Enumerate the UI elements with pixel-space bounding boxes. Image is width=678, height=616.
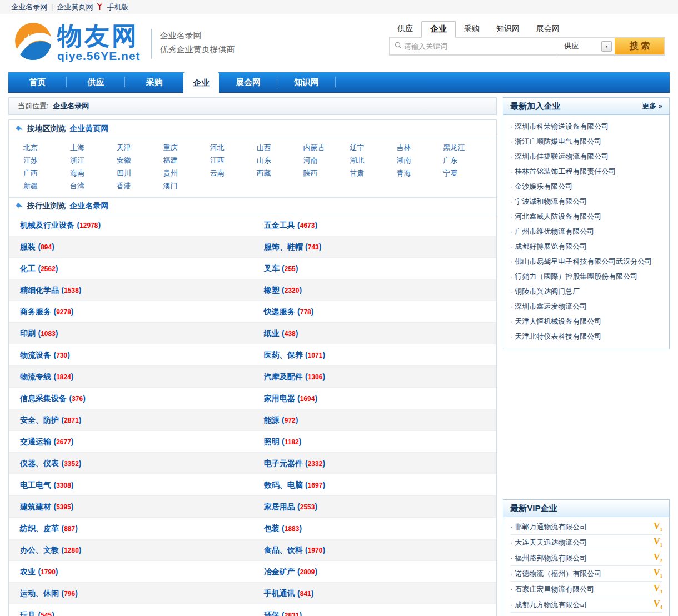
industry-category-link[interactable]: 化工 (2562) <box>9 263 253 274</box>
nav-item[interactable]: 展会网 <box>219 72 277 92</box>
search-scope-tab[interactable]: 企业 <box>421 21 456 38</box>
industry-category-link[interactable]: 环保 (2831) <box>253 610 497 616</box>
company-link[interactable]: 铜陵市兴达阀门总厂 <box>510 284 662 299</box>
industry-category-link[interactable]: 食品、饮料 (1970) <box>253 545 497 555</box>
region-link[interactable]: 新疆 <box>23 179 70 192</box>
topbar-link-yellowpages[interactable]: 企业黄页网 <box>57 2 93 12</box>
chevron-down-icon[interactable]: ▼ <box>601 41 612 52</box>
industry-category-link[interactable]: 橡塑 (2320) <box>253 285 497 296</box>
company-link[interactable]: 成都好博展览有限公司 <box>510 239 662 254</box>
industry-category-link[interactable]: 物流设备 (730) <box>9 350 253 360</box>
region-section-link[interactable]: 企业黄页网 <box>69 121 108 137</box>
industry-category-link[interactable]: 电工电气 (3308) <box>9 480 253 490</box>
search-category-select[interactable]: 供应 ▼ <box>557 38 615 54</box>
industry-category-link[interactable]: 快递服务 (778) <box>253 307 497 317</box>
region-link[interactable]: 山西 <box>257 141 303 154</box>
region-link[interactable]: 浙江 <box>70 154 117 167</box>
company-link[interactable]: 广州市维优物流有限公司 <box>510 224 662 239</box>
vip-company-link[interactable]: 成都九方物流有限公司 <box>510 600 587 610</box>
region-link[interactable]: 黑龙江 <box>443 141 490 154</box>
region-link[interactable]: 安徽 <box>117 154 163 167</box>
industry-category-link[interactable]: 冶金矿产 (2809) <box>253 567 497 577</box>
nav-item[interactable]: 采购 <box>125 72 183 92</box>
site-logo[interactable]: 物友网 qiye.56YE.net 企业名录网 优秀企业黄页提供商 <box>13 21 235 63</box>
region-link[interactable]: 福建 <box>163 154 210 167</box>
industry-category-link[interactable]: 农业 (1790) <box>9 567 253 577</box>
search-input[interactable] <box>404 42 554 51</box>
region-link[interactable]: 内蒙古 <box>303 141 350 154</box>
company-link[interactable]: 佛山市易驾星电子科技有限公司武汉分公司 <box>510 254 662 269</box>
industry-category-link[interactable]: 安全、防护 (2871) <box>9 415 253 425</box>
region-link[interactable]: 吉林 <box>396 141 443 154</box>
region-link[interactable]: 四川 <box>117 167 163 179</box>
industry-category-link[interactable]: 物流专线 (1824) <box>9 372 253 382</box>
region-link[interactable]: 江苏 <box>23 154 70 167</box>
vip-company-link[interactable]: 福州路邦物流有限公司 <box>510 553 587 563</box>
region-link[interactable]: 湖北 <box>350 154 396 167</box>
region-link[interactable]: 河北 <box>210 141 257 154</box>
vip-company-row[interactable]: 泉州市辉晨物流有限公司 V4 <box>510 613 662 616</box>
industry-category-link[interactable]: 五金工具 (4673) <box>253 220 497 231</box>
region-link[interactable]: 云南 <box>210 167 257 179</box>
vip-company-row[interactable]: 大连天天迅达物流公司 V1 <box>510 535 662 550</box>
industry-category-link[interactable]: 纺织、皮革 (887) <box>9 523 253 534</box>
industry-category-link[interactable]: 照明 (1182) <box>253 437 497 447</box>
industry-category-link[interactable]: 运动、休闲 (796) <box>9 588 253 599</box>
region-link[interactable]: 北京 <box>23 141 70 154</box>
company-link[interactable]: 深圳市佳捷联运物流有限公司 <box>510 149 662 164</box>
topbar-link-directory[interactable]: 企业名录网 <box>11 2 47 12</box>
industry-category-link[interactable]: 数码、电脑 (1697) <box>253 480 497 490</box>
region-link[interactable]: 青海 <box>396 167 443 179</box>
industry-section-link[interactable]: 企业名录网 <box>69 198 108 214</box>
nav-item[interactable]: 知识网 <box>277 72 336 92</box>
region-link[interactable]: 西藏 <box>257 167 303 179</box>
industry-category-link[interactable]: 机械及行业设备 (12978) <box>9 220 253 231</box>
vip-company-row[interactable]: 成都九方物流有限公司 V4 <box>510 597 662 613</box>
region-link[interactable]: 江西 <box>210 154 257 167</box>
breadcrumb-current[interactable]: 企业名录网 <box>53 102 89 110</box>
industry-category-link[interactable]: 服装 (894) <box>9 242 253 252</box>
company-link[interactable]: 深圳市鑫运发物流公司 <box>510 299 662 314</box>
region-link[interactable]: 辽宁 <box>350 141 396 154</box>
more-link[interactable]: 更多 » <box>642 101 662 111</box>
nav-item[interactable]: 供应 <box>67 72 125 92</box>
topbar-link-mobile[interactable]: 手机版 <box>107 2 128 12</box>
vip-company-row[interactable]: 福州路邦物流有限公司 V2 <box>510 550 662 566</box>
search-scope-tab[interactable]: 知识网 <box>488 22 528 37</box>
region-link[interactable]: 天津 <box>117 141 163 154</box>
search-scope-tab[interactable]: 供应 <box>389 22 421 37</box>
company-link[interactable]: 深圳市科荣输送设备有限公司 <box>510 119 662 134</box>
industry-category-link[interactable]: 商务服务 (9278) <box>9 307 253 317</box>
vip-company-link[interactable]: 石家庄宏昌物流有限公司 <box>510 584 594 594</box>
industry-category-link[interactable]: 能源 (972) <box>253 415 497 425</box>
industry-category-link[interactable]: 玩具 (545) <box>9 610 253 616</box>
region-link[interactable]: 湖南 <box>396 154 443 167</box>
vip-company-link[interactable]: 邯郸万通物流有限公司 <box>510 522 587 532</box>
nav-item[interactable]: 首页 <box>8 72 67 92</box>
industry-category-link[interactable]: 服饰、鞋帽 (743) <box>253 242 497 252</box>
industry-category-link[interactable]: 印刷 (1083) <box>9 328 253 339</box>
industry-category-link[interactable]: 医药、保养 (1071) <box>253 350 497 360</box>
vip-company-link[interactable]: 诺德物流（福州）有限公司 <box>510 569 601 579</box>
industry-category-link[interactable]: 家居用品 (2553) <box>253 502 497 512</box>
region-link[interactable]: 宁夏 <box>443 167 490 179</box>
region-link[interactable]: 台湾 <box>70 179 117 192</box>
industry-category-link[interactable]: 交通运输 (2677) <box>9 437 253 447</box>
vip-company-row[interactable]: 石家庄宏昌物流有限公司 V3 <box>510 582 662 597</box>
company-link[interactable]: 浙江广顺防爆电气有限公司 <box>510 134 662 149</box>
industry-category-link[interactable]: 精细化学品 (1538) <box>9 285 253 296</box>
company-link[interactable]: 桂林首铭装饰工程有限责任公司 <box>510 164 662 179</box>
region-link[interactable]: 陕西 <box>303 167 350 179</box>
industry-category-link[interactable]: 手机通讯 (841) <box>253 588 497 599</box>
industry-category-link[interactable]: 办公、文教 (1280) <box>9 545 253 555</box>
industry-category-link[interactable]: 电子元器件 (2332) <box>253 458 497 469</box>
nav-item[interactable]: 企业 <box>183 72 219 95</box>
region-link[interactable]: 上海 <box>70 141 117 154</box>
region-link[interactable]: 河南 <box>303 154 350 167</box>
company-link[interactable]: 天津大恒机械设备有限公司 <box>510 314 662 329</box>
region-link[interactable]: 贵州 <box>163 167 210 179</box>
industry-category-link[interactable]: 纸业 (438) <box>253 328 497 339</box>
region-link[interactable]: 山东 <box>257 154 303 167</box>
industry-category-link[interactable]: 仪器、仪表 (3352) <box>9 458 253 469</box>
vip-company-row[interactable]: 邯郸万通物流有限公司 V1 <box>510 519 662 535</box>
